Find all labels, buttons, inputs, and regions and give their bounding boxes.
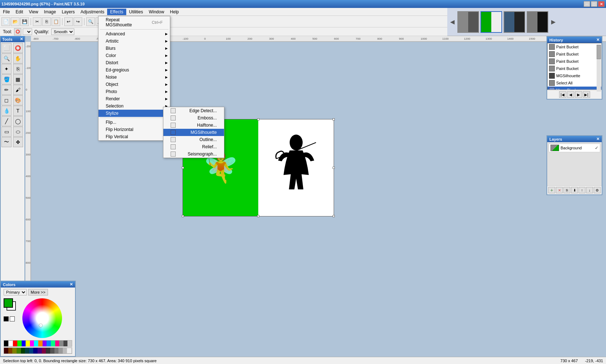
tool-clone-stamp[interactable]: ⎘	[13, 64, 23, 74]
tool-select-rect[interactable]: ⬜	[1, 43, 12, 53]
effects-flip-vertical[interactable]: Flip Vertical	[98, 133, 170, 140]
minimize-button[interactable]: ─	[584, 1, 590, 7]
selection-handle-bl[interactable]	[182, 215, 184, 217]
close-button[interactable]: ✕	[598, 1, 605, 7]
stylize-mgsilhouette[interactable]: MGSilhouette	[163, 129, 224, 136]
stylize-edge-detect[interactable]: Edge Detect...	[163, 107, 224, 114]
history-scrollbar[interactable]	[597, 45, 601, 92]
history-item-0[interactable]: Paint Bucket	[548, 43, 601, 51]
selection-handle-br[interactable]	[333, 215, 335, 217]
menu-image[interactable]: Image	[41, 9, 59, 15]
palette-swatch-12[interactable]	[55, 341, 60, 346]
layer-down-button[interactable]: ↓	[586, 187, 593, 193]
cut-button[interactable]: ✂	[33, 17, 41, 26]
palette2-swatch-6[interactable]	[29, 348, 34, 354]
palette-swatch-15[interactable]	[67, 341, 72, 346]
stylize-seismograph[interactable]: Seismograph...	[163, 150, 224, 158]
selection-handle-lm[interactable]	[182, 167, 184, 169]
tool-rect-shape[interactable]: ▭	[1, 127, 12, 137]
history-item-4[interactable]: MGSilhouette	[548, 72, 601, 79]
tool-zoom[interactable]: 🔍	[1, 53, 12, 63]
palette2-swatch-8[interactable]	[38, 348, 42, 354]
selection-handle-rm[interactable]	[333, 167, 335, 169]
effects-selection[interactable]: Selection	[98, 102, 170, 110]
tool-pencil[interactable]: ✏	[1, 85, 12, 95]
tool-pan[interactable]: ✋	[13, 53, 23, 63]
thumbnail-1[interactable]	[457, 11, 479, 33]
layer-add-button[interactable]: +	[548, 187, 555, 193]
menu-adjustments[interactable]: Adjustments	[78, 9, 107, 15]
palette2-swatch-15[interactable]	[67, 348, 72, 354]
palette-swatch-3[interactable]	[17, 341, 22, 346]
copy-button[interactable]: ⎘	[42, 17, 51, 26]
stylize-halftone[interactable]: Halftone...	[163, 122, 224, 129]
layer-delete-button[interactable]: ✕	[556, 187, 563, 193]
effects-artistic[interactable]: Artistic	[98, 38, 170, 45]
tool-recolor[interactable]: 🎨	[13, 95, 23, 105]
white-swatch[interactable]	[10, 316, 15, 321]
menu-layers[interactable]: Layers	[59, 9, 78, 15]
thumbnail-2[interactable]	[480, 11, 502, 33]
layer-duplicate-button[interactable]: ⎘	[563, 187, 570, 193]
palette-swatch-11[interactable]	[51, 341, 55, 346]
thumbnail-3[interactable]	[504, 11, 525, 33]
redo-button[interactable]: ↪	[74, 17, 82, 26]
tool-paint-bucket[interactable]: 🪣	[1, 74, 12, 84]
stylize-emboss[interactable]: Emboss...	[163, 114, 224, 122]
palette2-swatch-1[interactable]	[8, 348, 13, 354]
selection-handle-tr[interactable]	[333, 118, 335, 120]
effects-photo[interactable]: Photo	[98, 88, 170, 95]
tool-magic-wand[interactable]: ✦	[1, 64, 12, 74]
palette2-swatch-9[interactable]	[42, 348, 46, 354]
paste-button[interactable]: 📋	[52, 17, 60, 26]
thumb-nav-left[interactable]: ◀	[449, 17, 456, 27]
black-swatch[interactable]	[4, 316, 9, 321]
effects-repeat[interactable]: Repeat MGSilhouette Ctrl+F	[98, 16, 170, 28]
palette2-swatch-3[interactable]	[17, 348, 21, 354]
palette-swatch-5[interactable]	[26, 341, 30, 346]
palette-swatch-8[interactable]	[38, 341, 43, 346]
palette2-swatch-14[interactable]	[63, 348, 67, 354]
quality-dropdown[interactable]: Smooth	[51, 28, 74, 35]
maximize-button[interactable]: □	[591, 1, 597, 7]
menu-window[interactable]: Window	[146, 9, 167, 15]
layer-item-background[interactable]: Background ✓	[549, 144, 600, 152]
tool-select-lasso[interactable]: ⭕	[13, 43, 23, 53]
open-button[interactable]: 📂	[11, 17, 19, 26]
palette2-swatch-5[interactable]	[25, 348, 29, 354]
menu-help[interactable]: Help	[167, 9, 182, 15]
effects-blurs[interactable]: Blurs	[98, 45, 170, 52]
history-item-1[interactable]: Paint Bucket	[548, 51, 601, 58]
undo-button[interactable]: ↩	[64, 17, 73, 26]
palette2-swatch-11[interactable]	[50, 348, 54, 354]
palette2-swatch-4[interactable]	[21, 348, 25, 354]
tool-shapes[interactable]: ◯	[13, 116, 23, 126]
layer-merge-button[interactable]: ⬇	[571, 187, 578, 193]
history-back-button[interactable]: ◀	[567, 91, 574, 98]
palette-swatch-1[interactable]	[8, 341, 13, 346]
color-wheel[interactable]	[22, 298, 62, 338]
palette-swatch-7[interactable]	[34, 341, 38, 346]
save-button[interactable]: 💾	[20, 17, 29, 26]
tool-text[interactable]: T	[13, 106, 23, 116]
effects-advanced[interactable]: Advanced	[98, 30, 170, 38]
effects-object[interactable]: Object	[98, 81, 170, 88]
effects-flip[interactable]: Flip...	[98, 119, 170, 126]
history-first-button[interactable]: |◀	[559, 91, 566, 98]
stylize-outline[interactable]: Outline...	[163, 136, 224, 143]
history-item-3[interactable]: Paint Bucket	[548, 65, 601, 72]
palette2-swatch-0[interactable]	[4, 348, 8, 354]
effects-edgregious[interactable]: Ed-gregious	[98, 66, 170, 74]
history-panel-close[interactable]: ✕	[596, 38, 600, 42]
tool-brush[interactable]: 🖌	[13, 85, 23, 95]
palette-swatch-2[interactable]	[13, 341, 17, 346]
tools-panel-close[interactable]: ✕	[20, 37, 23, 41]
color-mode-select[interactable]: Primary	[4, 289, 27, 295]
stylize-relief[interactable]: Relief...	[163, 143, 224, 150]
thumb-nav-right[interactable]: ▶	[550, 17, 557, 27]
menu-view[interactable]: View	[26, 9, 41, 15]
palette-swatch-4[interactable]	[22, 341, 26, 346]
thumbnail-4[interactable]	[527, 11, 548, 33]
menu-effects[interactable]: Effects	[107, 9, 126, 15]
effects-render[interactable]: Render	[98, 95, 170, 102]
